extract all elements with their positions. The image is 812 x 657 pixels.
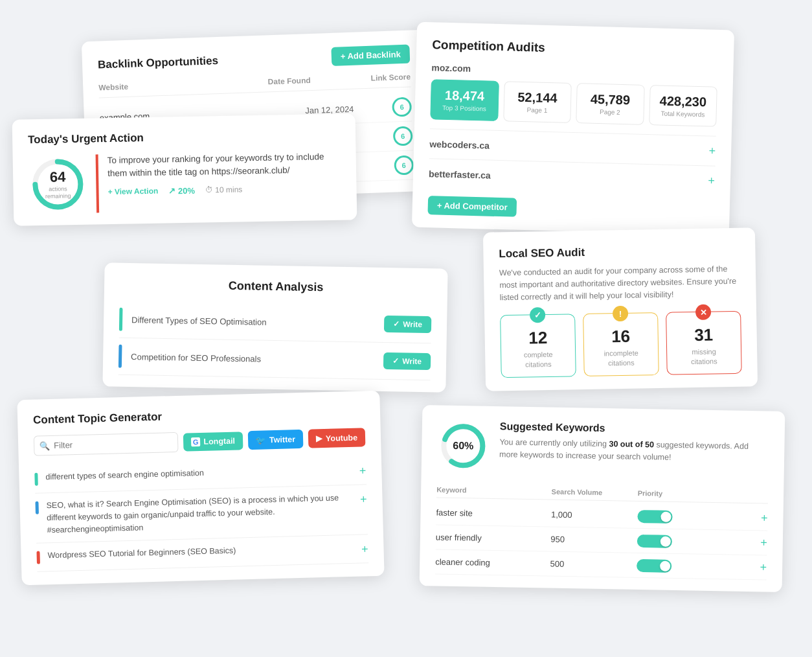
check-icon: ✓: [530, 307, 545, 323]
percent-badge: ↗ 20%: [168, 185, 195, 196]
add-kw-2-button[interactable]: +: [752, 536, 767, 549]
topic-search-input[interactable]: [34, 432, 178, 456]
score-badge: 6: [392, 97, 412, 117]
google-icon: G: [191, 437, 201, 446]
keywords-desc: You are currently only utilizing 30 out …: [499, 436, 769, 465]
add-backlink-button[interactable]: + Add Backlink: [331, 45, 410, 66]
citations-row: ✓ 12 completecitations ! 16 incompleteci…: [500, 311, 742, 378]
twitter-button[interactable]: 🐦 Twitter: [248, 430, 304, 450]
analysis-item-1: Different Types of SEO Optimisation ✓ Wr…: [119, 301, 432, 343]
local-seo-title: Local SEO Audit: [499, 244, 739, 260]
keyword-row-3: cleaner coding 500 +: [435, 550, 767, 581]
stat-page2: 45,789 Page 2: [576, 83, 644, 125]
view-action-link[interactable]: + View Action: [107, 187, 158, 196]
urgent-title: Today's Urgent Action: [28, 128, 340, 146]
add-topic-2-button[interactable]: +: [360, 492, 367, 506]
expand-domain3-icon[interactable]: +: [708, 174, 715, 187]
competition-title: Competition Audits: [432, 38, 718, 60]
search-wrapper: 🔍: [34, 432, 178, 456]
urgent-action-card: Today's Urgent Action 64 actionsremainin…: [12, 113, 357, 225]
add-topic-3-button[interactable]: +: [361, 543, 368, 557]
search-icon: 🔍: [39, 441, 50, 450]
stat-page1: 52,144 Page 1: [503, 81, 572, 123]
content-analysis-card: Content Analysis Different Types of SEO …: [102, 262, 447, 392]
add-kw-1-button[interactable]: +: [752, 511, 767, 525]
score-badge: 6: [394, 156, 414, 176]
toggle-2[interactable]: [637, 534, 671, 548]
youtube-icon: ▶: [316, 433, 322, 443]
topic-gen-title: Content Topic Generator: [33, 405, 365, 426]
local-seo-card: Local SEO Audit We've conducted an audit…: [483, 227, 758, 391]
x-icon: ✕: [695, 305, 711, 320]
complete-citations: ✓ 12 completecitations: [500, 314, 576, 378]
topic-generator-card: Content Topic Generator 🔍 G Longtail 🐦 T…: [17, 391, 384, 586]
local-seo-desc: We've conducted an audit for your compan…: [499, 263, 741, 304]
topic-bar-red: [36, 551, 40, 564]
urgent-message: To improve your ranking for your keyword…: [107, 150, 341, 181]
backlink-title: Backlink Opportunities: [98, 54, 219, 71]
actions-donut: 64 actionsremaining: [28, 155, 88, 214]
write-btn-1[interactable]: ✓ Write: [384, 316, 431, 333]
add-topic-1-button[interactable]: +: [359, 464, 367, 478]
keywords-donut: 60%: [437, 420, 490, 472]
write-btn-2[interactable]: ✓ Write: [383, 352, 431, 370]
domain-1: moz.com: [431, 62, 717, 80]
topic-bar-blue: [35, 501, 39, 514]
stat-total-kw: 428,230 Total Keywords: [649, 85, 717, 127]
score-badge: 6: [393, 126, 413, 146]
twitter-icon: 🐦: [256, 435, 266, 444]
add-kw-3-button[interactable]: +: [751, 560, 767, 574]
analysis-item-2: Competition for SEO Professionals ✓ Writ…: [118, 338, 431, 380]
toggle-3[interactable]: [637, 559, 671, 572]
add-competitor-button[interactable]: + Add Competitor: [427, 196, 517, 217]
warning-icon: !: [613, 306, 628, 321]
donut-percent: 60%: [453, 440, 473, 452]
content-analysis-title: Content Analysis: [120, 277, 432, 296]
topic-item-2: SEO, what is it? Search Engine Optimisat…: [35, 485, 368, 544]
topic-bar-green: [34, 473, 38, 486]
time-badge: ⏱ 10 mins: [205, 185, 243, 194]
col-website: Website: [98, 78, 238, 92]
youtube-button[interactable]: ▶ Youtube: [308, 428, 366, 448]
keywords-card: 60% Suggested Keywords You are currently…: [420, 405, 785, 592]
donut-number: 64: [45, 168, 71, 186]
col-score: Link Score: [341, 73, 411, 84]
stat-top3: 18,474 Top 3 Positions: [430, 79, 499, 121]
expand-domain2-icon[interactable]: +: [708, 144, 716, 158]
bar-blue: [118, 345, 122, 368]
bar-green: [119, 308, 123, 331]
competition-card: Competition Audits moz.com 18,474 Top 3 …: [412, 22, 734, 236]
toggle-1[interactable]: [637, 509, 672, 523]
col-date: Date Found: [237, 75, 341, 87]
missing-citations: ✕ 31 missingcitations: [666, 311, 742, 375]
longtail-button[interactable]: G Longtail: [183, 432, 243, 451]
keywords-title: Suggested Keywords: [500, 421, 769, 437]
incomplete-citations: ! 16 incompletecitations: [583, 312, 659, 376]
